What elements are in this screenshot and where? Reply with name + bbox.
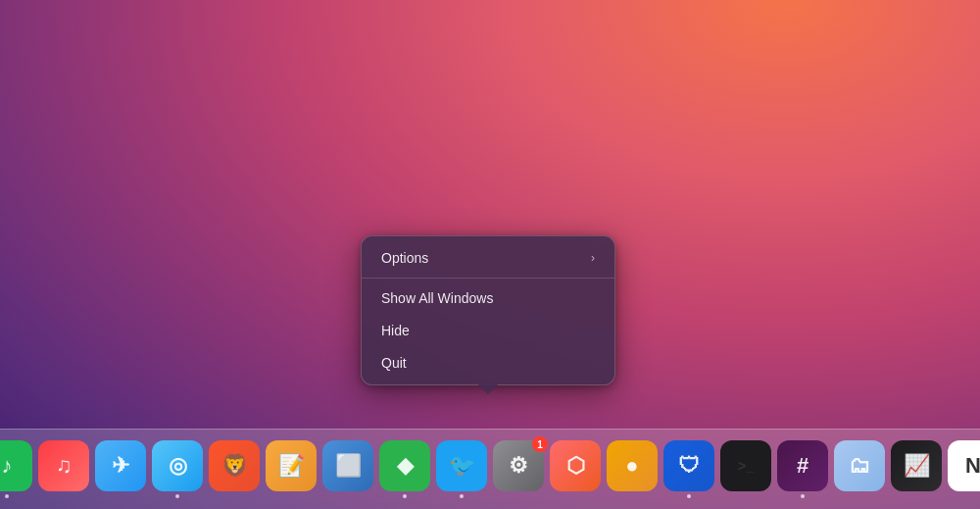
honey-icon: ● xyxy=(607,440,658,491)
honey-no-dot xyxy=(630,494,634,498)
menu-item-show-all-windows[interactable]: Show All Windows xyxy=(366,282,611,314)
bitwarden-icon: 🛡 xyxy=(663,440,714,491)
dock: ♪♫✈◎🦁📝⬜◆🐦⚙1⬡●🛡>_#🗂📈N xyxy=(0,429,980,509)
twitter-icon: 🐦 xyxy=(436,440,487,491)
dock-item-twitter[interactable]: 🐦 xyxy=(436,440,487,498)
menu-item-options[interactable]: Options › xyxy=(366,242,611,274)
notion-no-dot xyxy=(971,494,975,498)
feedly-dot xyxy=(403,494,407,498)
dock-item-honey[interactable]: ● xyxy=(607,440,658,498)
menu-item-hide-label: Hide xyxy=(381,323,410,338)
screens-no-dot xyxy=(346,494,350,498)
settings-badge: 1 xyxy=(532,436,548,452)
slack-dot xyxy=(801,494,805,498)
activity-icon: 📈 xyxy=(891,440,942,491)
music-icon: ♫ xyxy=(38,440,89,491)
menu-divider xyxy=(362,278,614,279)
twitter-dot xyxy=(460,494,464,498)
mail-no-dot xyxy=(119,494,122,498)
dock-item-brave[interactable]: 🦁 xyxy=(209,440,260,498)
activity-no-dot xyxy=(914,494,918,498)
dock-item-bitwarden[interactable]: 🛡 xyxy=(663,440,714,498)
safari-icon: ◎ xyxy=(152,440,203,491)
dock-item-feedly[interactable]: ◆ xyxy=(379,440,430,498)
dock-item-preview[interactable]: 🗂 xyxy=(834,440,885,498)
frenzic-no-dot xyxy=(573,494,577,498)
bitwarden-dot xyxy=(687,494,691,498)
dock-item-safari[interactable]: ◎ xyxy=(152,440,203,498)
brave-icon: 🦁 xyxy=(209,440,260,491)
dock-item-activity[interactable]: 📈 xyxy=(891,440,942,498)
pages-icon: 📝 xyxy=(266,440,317,491)
context-menu: Options › Show All Windows Hide Quit xyxy=(361,235,615,385)
dock-item-screens[interactable]: ⬜ xyxy=(322,440,373,498)
menu-item-quit[interactable]: Quit xyxy=(366,347,611,379)
dock-item-pages[interactable]: 📝 xyxy=(266,440,317,498)
dock-item-mail[interactable]: ✈ xyxy=(95,440,146,498)
feedly-icon: ◆ xyxy=(379,440,430,491)
dock-item-terminal[interactable]: >_ xyxy=(720,440,771,498)
spotify-dot xyxy=(5,494,9,498)
dock-item-slack[interactable]: # xyxy=(777,440,828,498)
pages-no-dot xyxy=(289,494,293,498)
terminal-icon: >_ xyxy=(720,440,771,491)
mail-icon: ✈ xyxy=(95,440,146,491)
frenzic-icon: ⬡ xyxy=(550,440,601,491)
menu-item-quit-label: Quit xyxy=(381,355,407,371)
slack-icon: # xyxy=(777,440,828,491)
spotify-icon: ♪ xyxy=(0,440,32,491)
screens-icon: ⬜ xyxy=(322,440,373,491)
brave-no-dot xyxy=(232,494,236,498)
menu-item-options-label: Options xyxy=(381,250,428,266)
preview-icon: 🗂 xyxy=(834,440,885,491)
preview-no-dot xyxy=(858,494,861,498)
terminal-no-dot xyxy=(744,494,748,498)
dock-item-frenzic[interactable]: ⬡ xyxy=(550,440,601,498)
dock-item-notion[interactable]: N xyxy=(948,440,980,498)
settings-icon: ⚙1 xyxy=(493,440,544,491)
notion-icon: N xyxy=(948,440,980,491)
dock-item-spotify[interactable]: ♪ xyxy=(0,440,32,498)
menu-item-show-all-windows-label: Show All Windows xyxy=(381,290,493,306)
chevron-right-icon: › xyxy=(591,251,595,265)
safari-dot xyxy=(175,494,179,498)
menu-item-hide[interactable]: Hide xyxy=(366,315,611,346)
music-no-dot xyxy=(62,494,66,498)
settings-no-dot xyxy=(516,494,520,498)
dock-item-music[interactable]: ♫ xyxy=(38,440,89,498)
dock-item-settings[interactable]: ⚙1 xyxy=(493,440,544,498)
